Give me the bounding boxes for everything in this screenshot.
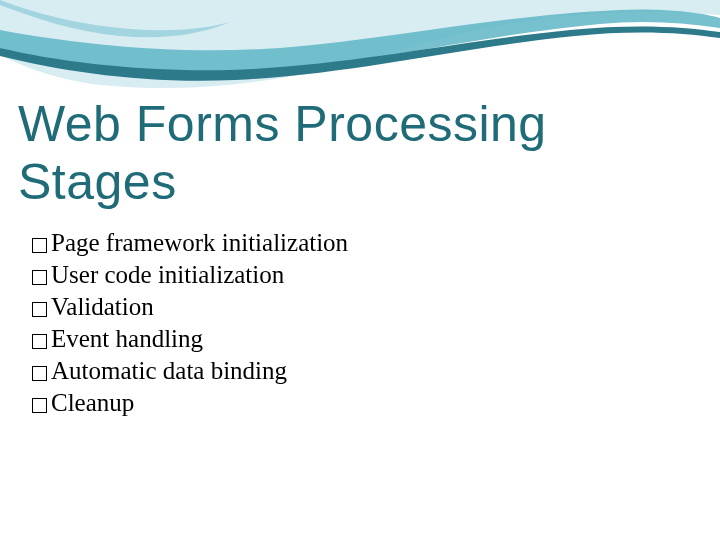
bullet-text: Cleanup — [51, 389, 134, 417]
list-item: User code initialization — [32, 261, 702, 289]
list-item: Validation — [32, 293, 702, 321]
square-bullet-icon — [32, 334, 47, 349]
list-item: Event handling — [32, 325, 702, 353]
slide-title: Web Forms Processing Stages — [18, 95, 702, 211]
bullet-list: Page framework initialization User code … — [18, 229, 702, 417]
bullet-text: Event handling — [51, 325, 203, 353]
bullet-text: User code initialization — [51, 261, 284, 289]
bullet-text: Automatic data binding — [51, 357, 287, 385]
slide-content: Web Forms Processing Stages Page framewo… — [0, 0, 720, 417]
square-bullet-icon — [32, 238, 47, 253]
square-bullet-icon — [32, 366, 47, 381]
bullet-text: Validation — [51, 293, 154, 321]
bullet-text: Page framework initialization — [51, 229, 348, 257]
list-item: Automatic data binding — [32, 357, 702, 385]
square-bullet-icon — [32, 398, 47, 413]
square-bullet-icon — [32, 270, 47, 285]
list-item: Cleanup — [32, 389, 702, 417]
list-item: Page framework initialization — [32, 229, 702, 257]
square-bullet-icon — [32, 302, 47, 317]
